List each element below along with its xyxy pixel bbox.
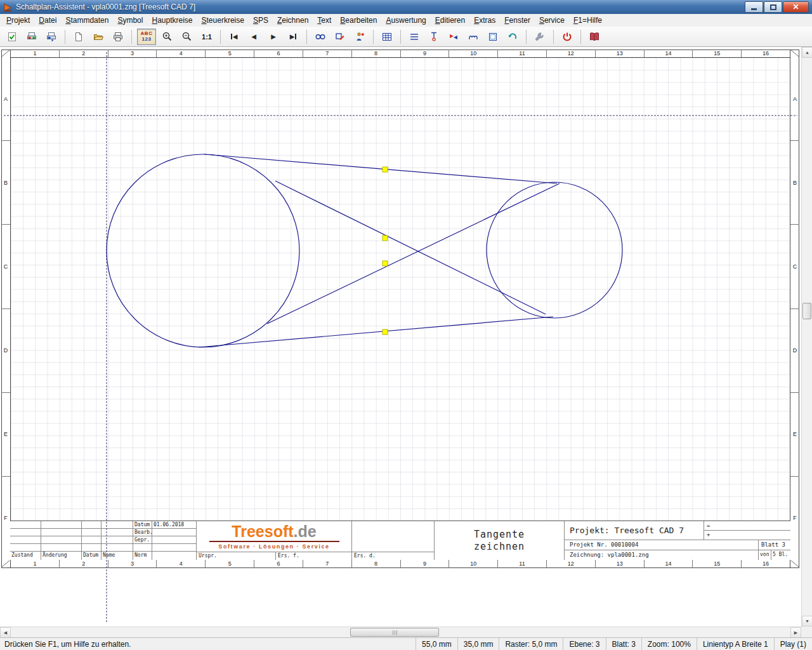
- scrollbar-corner: [801, 627, 812, 637]
- status-bar: Drücken Sie F1, um Hilfe zu erhalten. 55…: [0, 637, 812, 650]
- ruler-bottom-label-6: 6: [254, 560, 303, 568]
- ruler-bottom-label-3: 3: [108, 560, 157, 568]
- revision-cell: [102, 529, 133, 536]
- menu-item-bearbeiten[interactable]: Bearbeiten: [336, 15, 381, 27]
- close-button[interactable]: ✕: [783, 1, 809, 13]
- menu-item-fenster[interactable]: Fenster: [500, 15, 535, 27]
- toolbar-separator: [220, 30, 221, 44]
- open-button[interactable]: [90, 29, 107, 45]
- logo-tld: .de: [294, 522, 317, 540]
- horizontal-scrollbar[interactable]: ◀ ▶: [0, 627, 801, 637]
- ruler-bottom-label-8: 8: [352, 560, 401, 568]
- maximize-button[interactable]: [764, 1, 782, 13]
- numbers-label: 123: [142, 37, 152, 42]
- ruler-left-label-d: D: [1, 309, 10, 393]
- ruler-right-label-d: D: [790, 309, 799, 393]
- symbol-search-button[interactable]: [312, 29, 329, 45]
- ruler-left: ABCDEF: [1, 57, 10, 560]
- toolbar-separator: [65, 30, 65, 44]
- menu-item-service[interactable]: Service: [535, 15, 569, 27]
- drawing-canvas[interactable]: 12345678910111213141516 1234567891011121…: [0, 47, 801, 627]
- symbol-search-icon: [315, 31, 326, 43]
- rev-col-datum: Datum: [82, 552, 102, 560]
- status-linientyp: Linientyp A Breite 1: [697, 638, 774, 650]
- approval-gepr-label: Gepr.: [133, 536, 152, 544]
- ruler-top-label-6: 6: [254, 50, 303, 57]
- ruler-left-label-c: C: [1, 225, 10, 308]
- ruler-top-label-11: 11: [498, 50, 547, 57]
- menu-item-auswertung[interactable]: Auswertung: [381, 15, 430, 27]
- zoom-in-icon: [162, 31, 173, 43]
- ruler-bottom-label-15: 15: [693, 560, 742, 568]
- menu-item-hauptkreise[interactable]: Hauptkreise: [147, 15, 197, 27]
- toolbar-separator: [553, 30, 554, 44]
- potential-button[interactable]: [426, 29, 442, 45]
- approval-cell: [152, 544, 197, 552]
- approval-cell: [133, 544, 152, 552]
- menu-item-datei[interactable]: Datei: [34, 15, 61, 27]
- vertical-scrollbar[interactable]: ▲ ▼: [801, 47, 812, 627]
- ruler-top-label-5: 5: [206, 50, 254, 57]
- scroll-left-button[interactable]: ◀: [0, 627, 11, 638]
- scroll-right-button[interactable]: ▶: [790, 627, 801, 638]
- ruler-bottom-label-10: 10: [449, 560, 498, 568]
- maximize-icon: [770, 4, 776, 10]
- print-button[interactable]: [110, 29, 126, 45]
- symbol-edit-button[interactable]: [332, 29, 348, 45]
- new-document-button[interactable]: [70, 29, 87, 45]
- vertical-scroll-thumb[interactable]: [802, 303, 811, 319]
- status-blatt: Blatt: 3: [606, 638, 641, 650]
- help-book-button[interactable]: [586, 29, 603, 45]
- menu-item-steuerkreise[interactable]: Steuerkreise: [197, 15, 249, 27]
- horizontal-scroll-thumb[interactable]: [350, 628, 439, 637]
- nav-previous-button[interactable]: ◀: [246, 29, 262, 45]
- print-export-button[interactable]: [43, 29, 60, 45]
- menu-item-text[interactable]: Text: [313, 15, 336, 27]
- print-project-button[interactable]: [23, 29, 40, 45]
- coil-button[interactable]: [465, 29, 481, 45]
- scroll-up-button[interactable]: ▲: [802, 47, 812, 58]
- sheet-inner-frame: [10, 57, 790, 560]
- nav-next-button[interactable]: ▶: [265, 29, 282, 45]
- ruler-top-label-14: 14: [645, 50, 693, 57]
- menu-item-zeichnen[interactable]: Zeichnen: [273, 15, 313, 27]
- approval-datum-label: Datum: [133, 521, 152, 529]
- ruler-top-label-9: 9: [401, 50, 450, 57]
- menu-item-extras[interactable]: Extras: [469, 15, 500, 27]
- ruler-bottom-label-7: 7: [303, 560, 352, 568]
- undo-button[interactable]: [504, 29, 521, 45]
- table-icon: [381, 31, 393, 43]
- nav-last-button[interactable]: ▶: [285, 29, 301, 45]
- ruler-bottom: 12345678910111213141516: [10, 560, 790, 568]
- scroll-down-button[interactable]: ▼: [802, 616, 812, 627]
- power-button[interactable]: [559, 29, 575, 45]
- logo-cell: Treesoft.de Software · Lösungen · Servic…: [197, 521, 352, 560]
- settings-wrench-button[interactable]: [532, 29, 548, 45]
- menu-item-sps[interactable]: SPS: [249, 15, 273, 27]
- minimize-button[interactable]: [745, 1, 763, 13]
- menu-item-projekt[interactable]: Projekt: [2, 15, 34, 27]
- connection-arrows-icon: [448, 31, 459, 43]
- window-controls: ✕: [745, 1, 809, 13]
- menu-item-stammdaten[interactable]: Stammdaten: [61, 15, 113, 27]
- zoom-out-button[interactable]: [179, 29, 195, 45]
- menu-bar: ProjektDateiStammdatenSymbolHauptkreiseS…: [0, 14, 812, 27]
- table-button[interactable]: [379, 29, 395, 45]
- print-export-icon: [46, 31, 57, 43]
- symbol-info-button[interactable]: [351, 29, 368, 45]
- menu-item-editieren[interactable]: Editieren: [431, 15, 469, 27]
- document-check-icon: [6, 31, 18, 43]
- ruler-right-label-b: B: [790, 141, 799, 225]
- menu-item-symbol[interactable]: Symbol: [113, 15, 147, 27]
- designation-plus: +: [704, 531, 790, 540]
- zoom-in-button[interactable]: [159, 29, 176, 45]
- logo-brand: Treesoft: [232, 522, 293, 540]
- zoom-1to1-button[interactable]: 1:1: [199, 29, 215, 45]
- nav-first-button[interactable]: ◀: [226, 29, 242, 45]
- text-mode-toggle-button[interactable]: ABC123: [137, 29, 156, 45]
- connection-arrows-button[interactable]: [445, 29, 462, 45]
- line-list-button[interactable]: [406, 29, 422, 45]
- sheet-frame-button[interactable]: [485, 29, 501, 45]
- menu-item-f1-hilfe[interactable]: F1=Hilfe: [569, 15, 606, 27]
- document-check-button[interactable]: [4, 29, 20, 45]
